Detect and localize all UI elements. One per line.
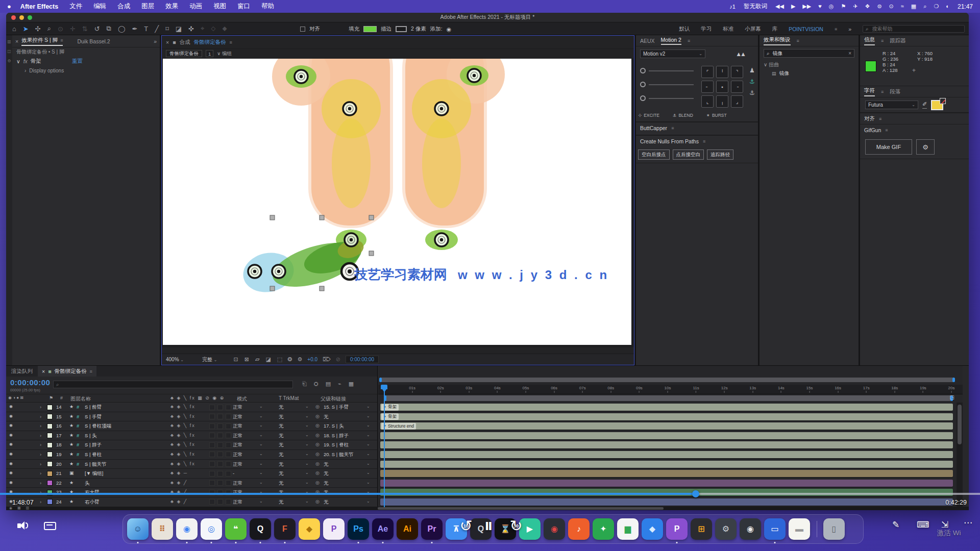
- visibility-toggle[interactable]: ◉: [9, 423, 13, 428]
- parent-dropdown[interactable]: 无: [324, 414, 329, 420]
- panel-menu-icon[interactable]: ≡: [881, 38, 884, 43]
- label-color-swatch[interactable]: [47, 452, 53, 457]
- pickwhip-icon[interactable]: ◎: [315, 404, 320, 409]
- status-icon[interactable]: ✈: [853, 3, 857, 10]
- status-icon[interactable]: ❖: [865, 3, 870, 10]
- parent-dropdown[interactable]: 20. S | 髋关节: [324, 452, 353, 458]
- blend-mode-dropdown[interactable]: 正常: [233, 442, 242, 448]
- layer-row[interactable]: ◉ › 20 ★ # S | 髋关节 ♣ ◈ ╲ fx 正常 ⌄ 无: [6, 460, 377, 469]
- reset-link[interactable]: 重置: [72, 58, 83, 65]
- panel-strip-icon[interactable]: ▥: [7, 39, 11, 44]
- draft3d-icon[interactable]: ⛭: [314, 381, 318, 387]
- tool-icon[interactable]: ➤: [23, 25, 29, 33]
- chevron-down-icon[interactable]: ⌄: [305, 461, 309, 466]
- gifgun-header[interactable]: GifGun ≡: [860, 124, 969, 135]
- workspace-more-icon[interactable]: »: [848, 26, 851, 32]
- chevron-down-icon[interactable]: ⌄: [366, 489, 370, 494]
- tool-icon[interactable]: ⬥: [222, 24, 227, 33]
- anchor-position-button[interactable]: ╷: [716, 95, 728, 108]
- graph-editor-icon[interactable]: ▦: [349, 381, 354, 387]
- visibility-toggle[interactable]: ◉: [9, 461, 13, 466]
- dock-icon[interactable]: ❝: [225, 518, 247, 540]
- comp-nav-index[interactable]: 1: [206, 50, 213, 57]
- pickwhip-icon[interactable]: ◎: [315, 480, 320, 485]
- workspace-tab[interactable]: 标准: [723, 26, 733, 33]
- tab-overflow-icon[interactable]: »: [154, 38, 157, 44]
- chevron-down-icon[interactable]: ⌄: [366, 470, 370, 475]
- chevron-down-icon[interactable]: ⌄: [305, 480, 309, 485]
- dock-icon[interactable]: ☺: [127, 518, 149, 540]
- layer-name[interactable]: S | 脖子: [85, 442, 102, 448]
- tab-comp-timeline[interactable]: × ■ 骨骼绑定备份 ≡: [38, 366, 96, 377]
- dock-icon[interactable]: ▬: [789, 518, 810, 540]
- channel-icon[interactable]: ❂: [287, 356, 292, 363]
- status-icon[interactable]: ⊙: [889, 3, 894, 10]
- chevron-down-icon[interactable]: ⌄: [259, 489, 263, 494]
- visibility-toggle[interactable]: ◉: [9, 433, 13, 437]
- display-options-row[interactable]: › Display options: [12, 66, 160, 75]
- dock-icon[interactable]: ◉: [740, 518, 761, 540]
- panel-menu-icon[interactable]: ≡: [797, 38, 799, 43]
- status-icon[interactable]: ▶▶: [802, 3, 811, 10]
- twirl-icon[interactable]: ›: [40, 452, 41, 457]
- mountains-icon[interactable]: ▲▲: [736, 51, 745, 58]
- align-header[interactable]: 对齐 ≡: [860, 113, 969, 124]
- blend-mode-dropdown[interactable]: -: [233, 470, 234, 476]
- dock-icon[interactable]: ▯: [823, 518, 845, 540]
- mask-visibility-icon[interactable]: ⊠: [244, 356, 249, 363]
- blend-mode-dropdown[interactable]: 正常: [233, 404, 242, 411]
- panel-menu-icon[interactable]: ≡: [671, 126, 674, 131]
- chevron-down-icon[interactable]: ⌄: [305, 452, 309, 456]
- motion-action-button[interactable]: ⚓BLEND: [673, 113, 693, 118]
- layer-row[interactable]: ◉ › 14 ★ # S | 前臂 ♣ ◈ ╲ fx 正常 ⌄ 无: [6, 403, 377, 412]
- switch-cell[interactable]: [217, 423, 223, 429]
- menu-item[interactable]: 文件: [69, 2, 82, 11]
- tab-render-queue[interactable]: 渲染队列: [6, 368, 38, 375]
- menu-item[interactable]: 图层: [141, 2, 154, 11]
- show-snapshot-icon[interactable]: ⊘: [336, 356, 340, 363]
- chevron-down-icon[interactable]: ⌄: [259, 414, 263, 418]
- layer-row[interactable]: ◉ › 17 ★ # S | 头 ♣ ◈ ╲ fx 正常 ⌄ 无: [6, 431, 377, 441]
- menu-item[interactable]: 编辑: [93, 2, 106, 11]
- layer-duration-bar[interactable]: ✦: [380, 441, 953, 448]
- status-icon[interactable]: ▦: [911, 3, 916, 10]
- pixel-aspect-icon[interactable]: ⬚: [277, 356, 282, 363]
- twirl-icon[interactable]: ›: [40, 470, 41, 476]
- label-color-swatch[interactable]: [47, 490, 53, 495]
- keyboard-icon[interactable]: ⌨: [917, 519, 929, 530]
- parent-dropdown[interactable]: 无: [324, 470, 329, 477]
- menu-item[interactable]: 窗口: [237, 2, 250, 11]
- volume-icon[interactable]: [17, 521, 28, 530]
- stroke-label[interactable]: 描边: [381, 26, 391, 33]
- twirl-icon[interactable]: ›: [40, 461, 41, 467]
- anchor-tool-icon[interactable]: ⚓: [749, 89, 755, 96]
- window-title-bar[interactable]: Adobe After Effects 2021 - 无标题项目 *: [6, 13, 969, 22]
- layer-row[interactable]: ◉ › 21 ▣ [▼ 编组] ♣ ◈ ─ - ⌄ 无: [6, 469, 377, 479]
- tool-icon[interactable]: ⧉: [107, 24, 111, 33]
- tab-character[interactable]: 字符: [864, 87, 875, 96]
- twirl-icon[interactable]: ›: [40, 433, 41, 438]
- status-icon[interactable]: ◀◀: [775, 3, 784, 10]
- panel-menu-icon[interactable]: ≡: [879, 116, 881, 121]
- status-icon[interactable]: ◎: [829, 3, 834, 10]
- timeline-nav-bar[interactable]: [379, 378, 955, 382]
- dock-icon[interactable]: Ai: [397, 518, 418, 540]
- layer-switches[interactable]: ♣ ◈ ╲ fx: [170, 414, 195, 419]
- workspace-tab-active[interactable]: POINTVISION: [789, 26, 823, 32]
- time-ruler[interactable]: 01s02s03s04s05s06s07s08s09s10s11s12s13s1…: [378, 385, 963, 394]
- pickwhip-icon[interactable]: ◎: [315, 442, 320, 447]
- tab-motion2[interactable]: Motion 2: [661, 37, 681, 45]
- chevron-down-icon[interactable]: ⌄: [366, 499, 370, 504]
- anchor-position-button[interactable]: ╴: [701, 81, 714, 93]
- create-nulls-button[interactable]: 追踪路径: [707, 149, 733, 160]
- layer-duration-bar[interactable]: ✦: [380, 470, 953, 477]
- label-color-swatch[interactable]: [47, 414, 53, 419]
- timeline-hscrollbar[interactable]: ◉ ▦ ▥: [6, 507, 969, 510]
- switch-cell[interactable]: [217, 433, 223, 438]
- trkmat-dropdown[interactable]: 无: [279, 480, 284, 487]
- twirl-icon[interactable]: ∨: [16, 58, 20, 64]
- panel-menu-icon[interactable]: ≡: [703, 139, 705, 144]
- menu-app-name[interactable]: After Effects: [20, 3, 58, 10]
- label-color-swatch[interactable]: [47, 405, 53, 410]
- tab-effects-presets[interactable]: 效果和预设: [764, 36, 791, 45]
